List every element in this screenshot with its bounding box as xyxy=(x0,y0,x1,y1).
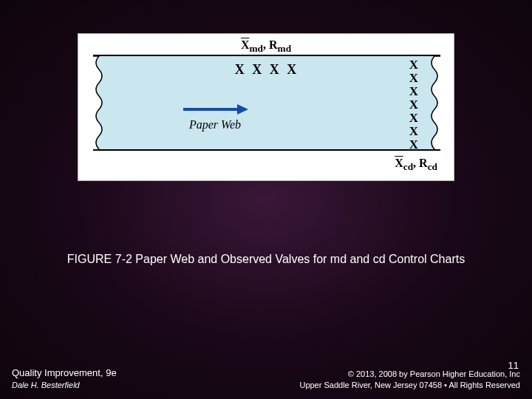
wavy-edge-right-icon xyxy=(427,56,440,151)
paper-web-label: Paper Web xyxy=(189,118,241,132)
slide-footer: Quality Improvement, 9e Dale H. Besterfi… xyxy=(0,367,532,390)
figure-caption: FIGURE 7-2 Paper Web and Observed Valves… xyxy=(0,253,532,266)
footer-book-info: Quality Improvement, 9e Dale H. Besterfi… xyxy=(12,367,117,390)
paper-web-arrow-group: Paper Web xyxy=(182,102,248,132)
paper-web-region: X X X X Paper Web X X X X X X X xyxy=(93,55,440,151)
copyright-line-1: © 2013, 2008 by Pearson Higher Education… xyxy=(299,369,520,379)
cd-sample-marks: X X X X X X X xyxy=(409,58,418,151)
book-title: Quality Improvement, 9e xyxy=(12,367,117,380)
arrow-right-icon xyxy=(182,102,248,117)
cd-axis-label: Xcd, Rcd xyxy=(395,157,437,173)
svg-marker-1 xyxy=(237,104,248,115)
footer-copyright: © 2013, 2008 by Pearson Higher Education… xyxy=(299,369,520,390)
figure-image: Xmd, Rmd X X X X Paper Web X X X X X X X xyxy=(78,33,454,181)
md-axis-label: Xmd, Rmd xyxy=(241,38,291,55)
wavy-edge-left-icon xyxy=(93,56,106,151)
copyright-line-2: Upper Saddle River, New Jersey 07458 • A… xyxy=(299,380,520,390)
book-author: Dale H. Besterfield xyxy=(12,380,117,390)
md-sample-marks: X X X X xyxy=(235,62,299,78)
